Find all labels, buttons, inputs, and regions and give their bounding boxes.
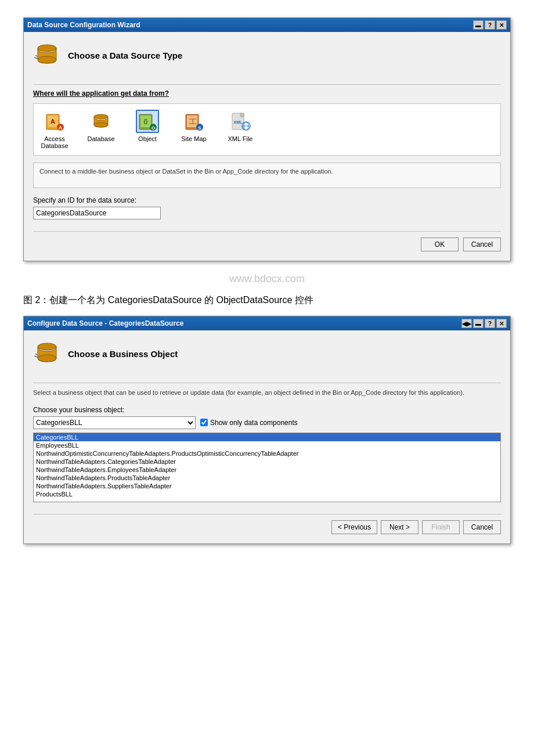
svg-text:A: A <box>59 125 63 131</box>
show-only-checkbox[interactable] <box>200 419 208 426</box>
dialog1-titlebar: Data Source Configuration Wizard ▬ ? ✕ <box>24 18 510 32</box>
object-icon: {} O <box>137 111 158 132</box>
ok-button[interactable]: OK <box>421 237 459 251</box>
combo-row: CategoriesBLL Show only data components <box>33 416 501 429</box>
cancel-button[interactable]: Cancel <box>463 237 501 251</box>
show-only-checkbox-label[interactable]: Show only data components <box>200 419 298 427</box>
svg-text:O: O <box>151 125 155 131</box>
titlebar-buttons: ▬ ? ✕ <box>473 20 507 30</box>
icon-box-access: A A <box>43 110 66 133</box>
svg-point-7 <box>94 114 108 119</box>
dialog1-description: Connect to a middle-tier business object… <box>33 163 501 188</box>
section-label: Where will the application get data from… <box>33 89 501 98</box>
svg-text:XML: XML <box>234 120 243 124</box>
svg-text:S: S <box>198 125 201 131</box>
dialog1-title: Data Source Configuration Wizard <box>27 21 140 29</box>
business-object-select[interactable]: CategoriesBLL <box>33 416 196 429</box>
finish-button[interactable]: Finish <box>422 520 460 534</box>
icon-box-xml: XML <box>229 110 252 133</box>
business-object-list[interactable]: CategoriesBLL EmployeesBLL NorthwindOpti… <box>33 433 501 502</box>
id-field-label: Specify an ID for the data source: <box>33 196 501 204</box>
icon-box-database <box>89 110 113 133</box>
icon-label-sitemap: Site Map <box>181 135 206 142</box>
icon-label-access: AccessDatabase <box>41 135 68 149</box>
datasource-type-grid: A A AccessDatabase Database <box>33 103 501 156</box>
minimize-button2[interactable]: ▬ <box>473 319 484 328</box>
help-button2[interactable]: ? <box>485 319 495 328</box>
dialog1-button-row: OK Cancel <box>33 231 501 251</box>
dialog1-body: Choose a Data Source Type Where will the… <box>24 32 510 261</box>
minimize-button[interactable]: ▬ <box>473 20 484 30</box>
dialog2-db-icon <box>33 340 61 368</box>
icon-site-map[interactable]: S Site Map <box>178 110 210 149</box>
list-item[interactable]: NorthwindTableAdapters.EmployeesTableAda… <box>34 466 500 474</box>
dialog2-body: Choose a Business Object Select a busine… <box>24 330 510 543</box>
nav-button[interactable]: ◀▶ <box>461 319 472 328</box>
datasource-id-input[interactable] <box>33 207 161 219</box>
sitemap-icon: S <box>183 111 204 132</box>
icon-access-database[interactable]: A A AccessDatabase <box>38 110 71 149</box>
svg-rect-15 <box>187 116 197 127</box>
show-only-label: Show only data components <box>210 419 298 427</box>
list-item[interactable]: EmployeesBLL <box>34 441 500 449</box>
list-item[interactable]: NorthwindTableAdapters.SuppliersTableAda… <box>34 482 500 490</box>
divider1 <box>33 84 501 85</box>
list-item[interactable]: CategoriesBLL <box>34 433 500 441</box>
icon-label-object: Object <box>138 135 157 142</box>
dialog2-titlebar: Configure Data Source - CategoriesDataSo… <box>24 316 510 330</box>
svg-rect-23 <box>240 113 244 117</box>
access-icon: A A <box>44 111 65 132</box>
list-item[interactable]: NorthwindTableAdapters.CategoriesTableAd… <box>34 458 500 466</box>
dialog2-description: Select a business object that can be use… <box>33 388 501 398</box>
xml-icon: XML <box>230 111 251 132</box>
watermark-text: www.bdocx.com <box>23 273 511 285</box>
database-icon <box>91 111 111 132</box>
dialog2-titlebar-buttons: ◀▶ ▬ ? ✕ <box>461 319 507 328</box>
cancel-button2[interactable]: Cancel <box>463 520 501 534</box>
dialog2-title: Configure Data Source - CategoriesDataSo… <box>27 319 183 327</box>
divider2 <box>33 383 501 383</box>
close-button2[interactable]: ✕ <box>496 319 507 328</box>
close-button[interactable]: ✕ <box>496 20 507 30</box>
icon-database[interactable]: Database <box>85 110 117 149</box>
dialog1-header: Choose a Data Source Type <box>33 41 501 75</box>
choose-label: Choose your business object: <box>33 406 501 414</box>
dialog2-button-row: < Previous Next > Finish Cancel <box>33 514 501 534</box>
svg-point-0 <box>38 45 56 52</box>
help-button[interactable]: ? <box>485 20 495 30</box>
icon-xml-file[interactable]: XML XML File <box>224 110 257 149</box>
dialog1-window: Data Source Configuration Wizard ▬ ? ✕ C… <box>23 17 511 261</box>
icon-box-sitemap: S <box>182 110 205 133</box>
icon-label-xml: XML File <box>228 135 253 142</box>
svg-point-1 <box>38 56 56 63</box>
dialog2-wizard-title: Choose a Business Object <box>68 349 178 359</box>
figure-caption: 图 2：创建一个名为 CategoriesDataSource 的 Object… <box>23 294 511 307</box>
svg-text:A: A <box>50 118 55 125</box>
svg-point-8 <box>94 123 108 127</box>
list-item[interactable]: NorthwindTableAdapters.ProductsTableAdap… <box>34 474 500 482</box>
dialog1-wizard-title: Choose a Data Source Type <box>68 51 182 60</box>
next-button[interactable]: Next > <box>381 520 418 534</box>
previous-button[interactable]: < Previous <box>331 520 377 534</box>
svg-point-29 <box>38 355 56 362</box>
dialog2-window: Configure Data Source - CategoriesDataSo… <box>23 316 511 544</box>
wizard-db-icon <box>33 41 61 69</box>
list-item[interactable]: ProductsBLL <box>34 490 500 498</box>
svg-text:{}: {} <box>143 118 148 124</box>
dialog2-header: Choose a Business Object <box>33 340 501 373</box>
icon-label-database: Database <box>87 135 114 142</box>
list-item[interactable]: NorthwindOptimisticConcurrencyTableAdapt… <box>34 449 500 458</box>
icon-box-object: {} O <box>136 110 159 133</box>
icon-object[interactable]: {} O Object <box>131 110 164 149</box>
svg-point-28 <box>38 343 56 350</box>
